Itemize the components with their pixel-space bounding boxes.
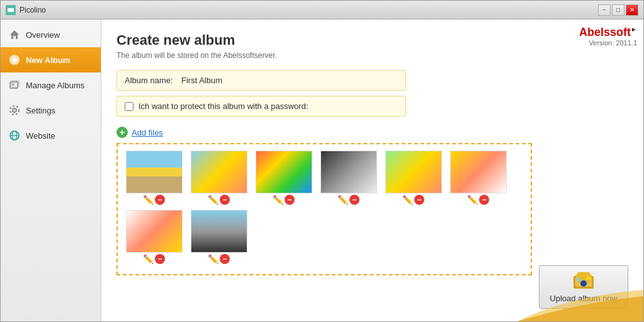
svg-point-18: [577, 278, 580, 282]
photo-actions: ✏️−: [143, 254, 165, 264]
svg-rect-1: [8, 8, 14, 12]
photo-edit-button[interactable]: ✏️: [208, 195, 218, 205]
titlebar: Picolino − □ ✕: [1, 1, 643, 20]
list-item: ✏️−: [124, 210, 184, 264]
add-files-label: Add files: [132, 128, 163, 137]
photo-thumbnail: [126, 151, 183, 193]
photo-edit-button[interactable]: ✏️: [273, 195, 283, 205]
house-icon: [8, 28, 21, 41]
list-item: ✏️−: [189, 210, 249, 264]
sidebar-item-website[interactable]: Website: [1, 123, 101, 148]
gear-icon: [8, 104, 21, 117]
sidebar: Overview New Album: [1, 20, 101, 321]
photo-edit-button[interactable]: ✏️: [143, 254, 154, 264]
photo-remove-button[interactable]: −: [285, 195, 295, 205]
globe-icon: [8, 129, 21, 142]
photo-edit-button[interactable]: ✏️: [467, 195, 478, 205]
photo-thumbnail: [126, 210, 183, 253]
photo-thumbnail: [256, 151, 312, 193]
svg-point-9: [13, 108, 16, 112]
sidebar-label-overview: Overview: [26, 30, 60, 40]
photo-thumbnail: [191, 210, 247, 253]
album-name-row: Album name:: [116, 70, 406, 91]
sidebar-item-overview[interactable]: Overview: [1, 22, 101, 47]
photo-actions: ✏️−: [208, 254, 230, 264]
photos-grid: ✏️−✏️−✏️−✏️−✏️−✏️−✏️−✏️−: [118, 144, 531, 270]
album-name-input[interactable]: [181, 76, 398, 85]
photo-remove-button[interactable]: −: [220, 254, 230, 264]
sidebar-label-manage-albums: Manage Albums: [26, 81, 84, 90]
photo-edit-button[interactable]: ✏️: [143, 195, 154, 205]
list-item: ✏️−: [383, 151, 443, 205]
photo-actions: ✏️−: [467, 195, 489, 205]
titlebar-left: Picolino: [6, 5, 46, 15]
list-item: ✏️−: [254, 151, 314, 205]
content-area: Overview New Album: [1, 20, 643, 321]
window-title: Picolino: [20, 6, 46, 14]
photo-remove-button[interactable]: −: [220, 195, 230, 205]
photo-actions: ✏️−: [208, 195, 230, 205]
photo-edit-button[interactable]: ✏️: [208, 254, 218, 264]
list-item: ✏️−: [319, 151, 378, 205]
photo-remove-button[interactable]: −: [414, 195, 424, 205]
sidebar-item-new-album[interactable]: New Album: [1, 47, 101, 72]
maximize-button[interactable]: □: [612, 4, 624, 16]
svg-point-10: [10, 106, 19, 115]
list-item: ✏️−: [124, 151, 184, 205]
photo-actions: ✏️−: [273, 195, 295, 205]
plus-circle-icon: [8, 54, 21, 66]
photo-edit-button[interactable]: ✏️: [337, 195, 348, 205]
images-icon: [8, 79, 21, 91]
app-icon: [6, 5, 16, 15]
album-name-label: Album name:: [125, 76, 181, 85]
photo-actions: ✏️−: [143, 195, 165, 205]
sidebar-item-settings[interactable]: Settings: [1, 98, 101, 123]
photo-actions: ✏️−: [402, 195, 424, 205]
logo-text: Abelssoft►: [579, 26, 637, 39]
svg-marker-2: [10, 30, 19, 39]
photo-remove-button[interactable]: −: [349, 195, 359, 205]
app-window: Picolino − □ ✕ Overview: [0, 0, 644, 322]
photo-edit-button[interactable]: ✏️: [402, 195, 413, 205]
page-subtitle: The album will be stored on the Abelssof…: [116, 51, 628, 60]
sidebar-label-new-album: New Album: [26, 55, 70, 65]
list-item: ✏️−: [189, 151, 249, 205]
photo-remove-button[interactable]: −: [479, 195, 489, 205]
photo-thumbnail: [191, 151, 247, 193]
password-row: Ich want to protect this album with a pa…: [116, 96, 406, 117]
page-title: Create new album: [116, 32, 628, 49]
photo-remove-button[interactable]: −: [155, 254, 165, 264]
password-label: Ich want to protect this album with a pa…: [138, 101, 308, 111]
minimize-button[interactable]: −: [598, 4, 611, 16]
svg-point-8: [12, 83, 14, 86]
photos-container[interactable]: ✏️−✏️−✏️−✏️−✏️−✏️−✏️−✏️−: [116, 143, 532, 275]
password-checkbox[interactable]: [125, 102, 133, 111]
add-files-icon: +: [116, 127, 128, 138]
logo-area: Abelssoft► Version: 2011.1: [579, 26, 637, 47]
sidebar-item-manage-albums[interactable]: Manage Albums: [1, 72, 101, 98]
photo-remove-button[interactable]: −: [155, 195, 165, 205]
bottom-wave: [517, 284, 643, 321]
sidebar-label-website: Website: [26, 131, 55, 141]
photo-thumbnail: [320, 151, 377, 193]
list-item: ✏️−: [448, 151, 508, 205]
add-files-row[interactable]: + Add files: [116, 127, 628, 138]
photo-thumbnail: [450, 151, 507, 193]
close-button[interactable]: ✕: [626, 4, 638, 16]
photo-actions: ✏️−: [337, 195, 359, 205]
sidebar-label-settings: Settings: [26, 106, 55, 115]
main-content: Abelssoft► Version: 2011.1 Create new al…: [101, 20, 643, 321]
logo-version: Version: 2011.1: [589, 39, 637, 47]
photo-thumbnail: [385, 151, 442, 193]
titlebar-buttons: − □ ✕: [598, 4, 638, 16]
